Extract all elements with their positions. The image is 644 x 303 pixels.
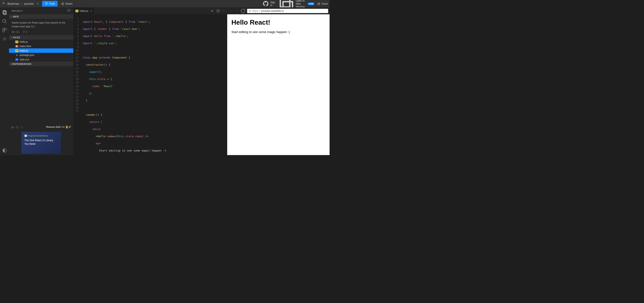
info-section-header[interactable]: ⌄ INFO: [9, 14, 73, 19]
topbar: @rjohnep / youtube Fork Share Sign in Op…: [0, 0, 330, 7]
svg-point-20: [24, 31, 24, 31]
svg-rect-22: [21, 127, 23, 128]
signin-button[interactable]: Sign in: [262, 1, 275, 7]
svg-rect-24: [249, 11, 250, 11]
svg-point-16: [4, 38, 5, 40]
svg-point-21: [24, 33, 24, 33]
separator: /: [21, 2, 22, 5]
svg-rect-0: [37, 3, 39, 5]
dependencies-section-header[interactable]: › DEPENDENCIES: [9, 62, 73, 66]
github-icon[interactable]: [16, 126, 19, 129]
ad-logo: 📊 Progress KendoReact: [24, 135, 58, 137]
reload-icon[interactable]: [240, 9, 246, 14]
fork-button[interactable]: Fork: [42, 1, 58, 7]
logo-bolt-icon[interactable]: [2, 1, 6, 6]
signin-label: Sign in: [270, 1, 275, 7]
svg-point-19: [23, 31, 23, 31]
svg-rect-14: [5, 28, 6, 30]
chevron-down-icon: ⌄: [10, 36, 12, 39]
user-link[interactable]: @rjohnep: [7, 2, 19, 5]
file-item-style-css[interactable]: ≡ style.css: [9, 57, 73, 62]
share-label: Share: [65, 2, 72, 5]
code-editor[interactable]: 1234567891011121314151617181920212223242…: [73, 14, 227, 155]
preview-heading: Hello React!: [232, 19, 325, 26]
file-name: index.js: [20, 49, 28, 52]
close-label: Close: [321, 2, 328, 5]
live-badge: LIVE: [308, 3, 314, 5]
editor: JS index.js × ⋯ 123456789101112131415161…: [73, 7, 227, 155]
remove-ads-link[interactable]: Remove Ads! Go 👩‍🚀🚀: [46, 126, 71, 129]
file-item-package-json[interactable]: {} package.json: [9, 53, 73, 57]
forward-icon[interactable]: →: [234, 9, 240, 14]
forks-stat: 0: [22, 31, 27, 34]
cloud-download-icon[interactable]: [67, 9, 71, 13]
css-file-icon: ≡: [15, 58, 18, 61]
svg-point-3: [46, 4, 47, 5]
files-section-header[interactable]: ⌄ FILES: [9, 35, 73, 40]
svg-point-5: [61, 3, 62, 4]
url-host: youtube.stackblitz.io: [261, 10, 284, 13]
project-link[interactable]: youtube: [24, 2, 34, 5]
preview-paragraph: Start editing to see some magic happen :…: [232, 30, 325, 34]
file-list: JS Hello.js ◈ index.html JS index.js {} …: [9, 40, 73, 62]
code-content[interactable]: import React, { Component } from 'react'…: [82, 14, 227, 155]
file-name: Hello.js: [20, 40, 28, 43]
url-prefix: https://: [252, 10, 260, 13]
svg-rect-15: [3, 30, 4, 32]
js-file-icon: JS: [15, 50, 18, 52]
json-file-icon: {}: [15, 54, 18, 56]
explorer-icon[interactable]: [2, 10, 7, 15]
svg-point-6: [63, 4, 64, 5]
preview-pane: ← → https://youtube.stackblitz.io Hello …: [227, 7, 330, 155]
svg-point-1: [46, 3, 46, 3]
editor-tabs: JS index.js × ⋯: [73, 7, 227, 14]
close-tab-icon[interactable]: ×: [90, 9, 92, 13]
close-button[interactable]: Close: [317, 2, 328, 5]
settings-icon[interactable]: [2, 36, 7, 42]
preview-toolbar: ← → https://youtube.stackblitz.io: [227, 7, 330, 14]
chevron-right-icon: ›: [10, 63, 11, 65]
sidebar-title: PROJECT: [12, 10, 23, 12]
file-name: style.css: [20, 58, 29, 61]
project-description: Starter project for React apps that expo…: [9, 19, 73, 31]
go-text: Go: [61, 126, 65, 128]
project-stats: 131 0: [9, 31, 73, 35]
preview-url-bar[interactable]: https://youtube.stackblitz.io: [247, 9, 328, 13]
open-new-label: Open in New Window: [296, 0, 307, 8]
twitter-icon[interactable]: [11, 126, 14, 129]
svg-rect-13: [3, 28, 4, 30]
tab-label: index.js: [80, 10, 88, 13]
svg-point-18: [12, 32, 14, 33]
file-item-index-html[interactable]: ◈ index.html: [9, 44, 73, 48]
js-file-icon: JS: [15, 41, 18, 43]
activity-bar: [0, 7, 9, 155]
extensions-icon[interactable]: [2, 28, 7, 33]
advertisement[interactable]: 📊 Progress KendoReact The One React UI L…: [22, 132, 61, 154]
menu-icon[interactable]: [210, 9, 214, 13]
remove-ads-bold: Remove Ads!: [46, 126, 61, 128]
sidebar-header: PROJECT: [9, 7, 73, 14]
svg-point-12: [3, 19, 6, 22]
deps-label: DEPENDENCIES: [12, 63, 32, 65]
svg-point-2: [47, 3, 48, 3]
html-file-icon: ◈: [15, 45, 18, 48]
js-file-icon: JS: [76, 10, 78, 12]
tab-index-js[interactable]: JS index.js ×: [73, 7, 94, 14]
file-item-index-js[interactable]: JS index.js: [9, 48, 73, 53]
lock-icon: [249, 10, 251, 12]
file-item-hello[interactable]: JS Hello.js: [9, 40, 73, 44]
svg-point-4: [63, 3, 64, 3]
back-icon[interactable]: ←: [228, 9, 234, 14]
sidebar: PROJECT ⌄ INFO Starter project for React…: [9, 7, 73, 155]
theme-toggle-icon[interactable]: [2, 148, 7, 153]
search-icon[interactable]: [2, 19, 7, 24]
more-icon[interactable]: ⋯: [222, 9, 225, 13]
views-count: 131: [15, 31, 20, 34]
share-button[interactable]: Share: [59, 1, 74, 7]
discord-icon[interactable]: [20, 126, 23, 129]
social-links: Remove Ads! Go 👩‍🚀🚀: [9, 124, 73, 130]
file-name: index.html: [20, 45, 31, 48]
split-icon[interactable]: [216, 9, 220, 13]
line-numbers: 1234567891011121314151617181920212223242…: [73, 14, 82, 155]
preview-content: Hello React! Start editing to see some m…: [227, 14, 330, 155]
